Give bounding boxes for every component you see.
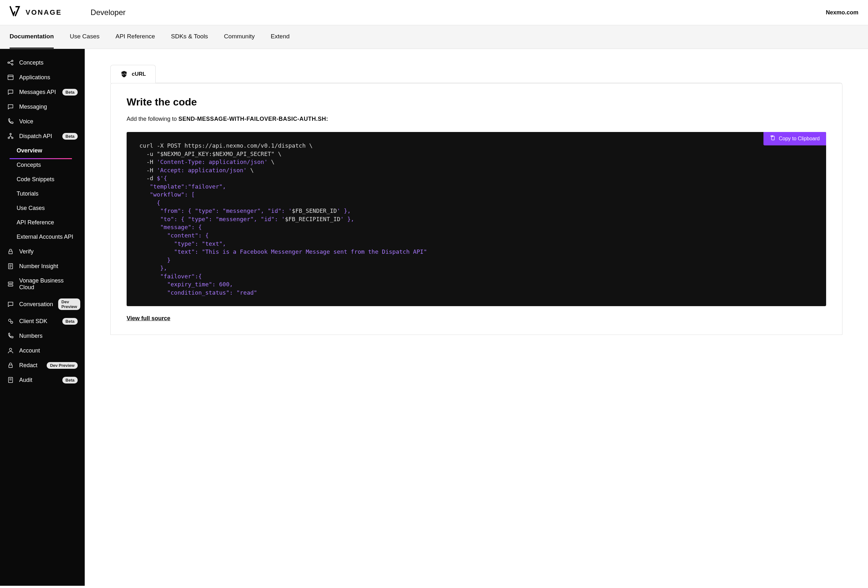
- svg-point-8: [8, 137, 10, 139]
- phone-icon: [7, 118, 14, 125]
- stack-icon: [7, 281, 14, 287]
- beta-badge: Beta: [62, 377, 78, 383]
- svg-point-7: [10, 133, 12, 135]
- sidebar-sub-code-snippets[interactable]: Code Snippets: [10, 172, 85, 187]
- svg-point-20: [9, 319, 11, 321]
- sidebar-item-label: Conversation: [19, 301, 53, 308]
- code-tabs: </> cURL: [110, 65, 843, 83]
- copy-to-clipboard-button[interactable]: Copy to Clipboard: [763, 132, 826, 145]
- nav-sdks-tools[interactable]: SDKs & Tools: [171, 25, 208, 49]
- svg-point-9: [12, 137, 13, 139]
- sidebar-item-vbc[interactable]: Vonage Business Cloud: [0, 274, 85, 295]
- chat-icon: [7, 301, 14, 308]
- section-heading: Write the code: [127, 96, 826, 108]
- logo-mark: [10, 6, 21, 19]
- lock-icon: [7, 362, 14, 369]
- top-header: VONAGE Developer Nexmo.com: [0, 0, 868, 25]
- sidebar-sub-tutorials[interactable]: Tutorials: [10, 187, 85, 201]
- svg-point-22: [9, 348, 12, 351]
- sidebar-sub-use-cases[interactable]: Use Cases: [10, 201, 85, 215]
- sidebar-item-messages-api[interactable]: Messages API Beta: [0, 85, 85, 99]
- sidebar-item-conversation[interactable]: Conversation Dev Preview: [0, 295, 85, 314]
- vonage-logo[interactable]: VONAGE: [10, 6, 62, 19]
- nav-documentation[interactable]: Documentation: [10, 25, 54, 49]
- sidebar-item-label: Numbers: [19, 333, 43, 339]
- sidebar-item-audit[interactable]: Audit Beta: [0, 373, 85, 387]
- sidebar-sub-external-accounts[interactable]: External Accounts API: [10, 230, 85, 244]
- view-full-source-link[interactable]: View full source: [127, 315, 170, 322]
- sidebar-item-label: Verify: [19, 248, 34, 255]
- sidebar-item-label: Client SDK: [19, 318, 47, 325]
- svg-line-3: [9, 61, 12, 62]
- svg-rect-18: [8, 282, 13, 284]
- sidebar-item-label: Voice: [19, 118, 33, 125]
- beta-badge: Beta: [62, 318, 78, 325]
- sidebar-item-voice[interactable]: Voice: [0, 114, 85, 129]
- lock-icon: [7, 248, 14, 255]
- svg-line-11: [9, 136, 11, 137]
- tab-curl[interactable]: </> cURL: [110, 65, 156, 83]
- sidebar-item-label: Concepts: [19, 59, 43, 66]
- share-icon: [7, 59, 14, 66]
- nav-extend[interactable]: Extend: [271, 25, 290, 49]
- sidebar-item-label: Redact: [19, 362, 37, 369]
- logo-text: VONAGE: [25, 8, 62, 17]
- sidebar-item-label: Audit: [19, 377, 32, 383]
- developer-label: Developer: [90, 8, 125, 17]
- svg-line-12: [10, 136, 12, 137]
- main-nav: Documentation Use Cases API Reference SD…: [0, 25, 868, 49]
- svg-rect-23: [9, 365, 12, 367]
- code-block: Copy to Clipboard curl -X POST https://a…: [127, 132, 826, 306]
- tree-icon: [7, 133, 14, 140]
- clipboard-icon: [770, 135, 776, 142]
- sidebar-item-numbers[interactable]: Numbers: [0, 329, 85, 343]
- instruction-text: Add the following to SEND-MESSAGE-WITH-F…: [127, 116, 826, 122]
- user-icon: [7, 347, 14, 354]
- tab-label: cURL: [132, 71, 146, 77]
- svg-line-4: [9, 63, 12, 64]
- svg-rect-13: [9, 251, 12, 254]
- sidebar-subitems: Overview Concepts Code Snippets Tutorial…: [0, 143, 85, 244]
- beta-badge: Beta: [62, 133, 78, 140]
- filename: SEND-MESSAGE-WITH-FAILOVER-BASIC-AUTH.SH…: [179, 116, 328, 122]
- sidebar-item-label: Messages API: [19, 89, 56, 96]
- svg-point-21: [10, 321, 12, 323]
- doc-icon: [7, 376, 14, 383]
- nexmo-link[interactable]: Nexmo.com: [826, 9, 858, 16]
- sidebar-item-client-sdk[interactable]: Client SDK Beta: [0, 314, 85, 329]
- main-content: </> cURL Write the code Add the followin…: [85, 49, 868, 586]
- window-icon: [7, 74, 14, 81]
- sidebar-item-label: Messaging: [19, 103, 47, 110]
- sidebar-sub-overview[interactable]: Overview: [10, 143, 85, 158]
- nav-use-cases[interactable]: Use Cases: [70, 25, 99, 49]
- beta-badge: Beta: [62, 89, 78, 96]
- sidebar-item-redact[interactable]: Redact Dev Preview: [0, 358, 85, 373]
- sidebar-item-concepts[interactable]: Concepts: [0, 55, 85, 70]
- sidebar-item-account[interactable]: Account: [0, 343, 85, 358]
- shield-icon: </>: [120, 70, 128, 78]
- sidebar-item-dispatch-api[interactable]: Dispatch API Beta: [0, 129, 85, 143]
- sidebar-item-applications[interactable]: Applications: [0, 70, 85, 85]
- dev-preview-badge: Dev Preview: [47, 362, 78, 369]
- sidebar-item-label: Account: [19, 347, 40, 354]
- chat-icon: [7, 88, 14, 96]
- sidebar: Concepts Applications Messages API Beta …: [0, 49, 85, 586]
- sidebar-item-label: Number Insight: [19, 263, 58, 270]
- code-content: curl -X POST https://api.nexmo.com/v0.1/…: [139, 141, 813, 296]
- nav-community[interactable]: Community: [224, 25, 255, 49]
- svg-rect-19: [8, 285, 13, 286]
- sidebar-item-number-insight[interactable]: Number Insight: [0, 259, 85, 274]
- sidebar-sub-api-reference[interactable]: API Reference: [10, 215, 85, 230]
- phone-icon: [7, 332, 14, 339]
- sidebar-item-label: Vonage Business Cloud: [19, 277, 78, 291]
- sidebar-item-messaging[interactable]: Messaging: [0, 99, 85, 114]
- doc-icon: [7, 263, 14, 270]
- sidebar-item-label: Applications: [19, 74, 50, 81]
- nav-api-reference[interactable]: API Reference: [115, 25, 155, 49]
- sidebar-item-label: Dispatch API: [19, 133, 52, 140]
- svg-text:</>: </>: [121, 72, 127, 76]
- dev-preview-badge: Dev Preview: [58, 298, 80, 310]
- svg-rect-5: [8, 75, 13, 80]
- sidebar-item-verify[interactable]: Verify: [0, 244, 85, 259]
- sidebar-sub-concepts[interactable]: Concepts: [10, 158, 85, 172]
